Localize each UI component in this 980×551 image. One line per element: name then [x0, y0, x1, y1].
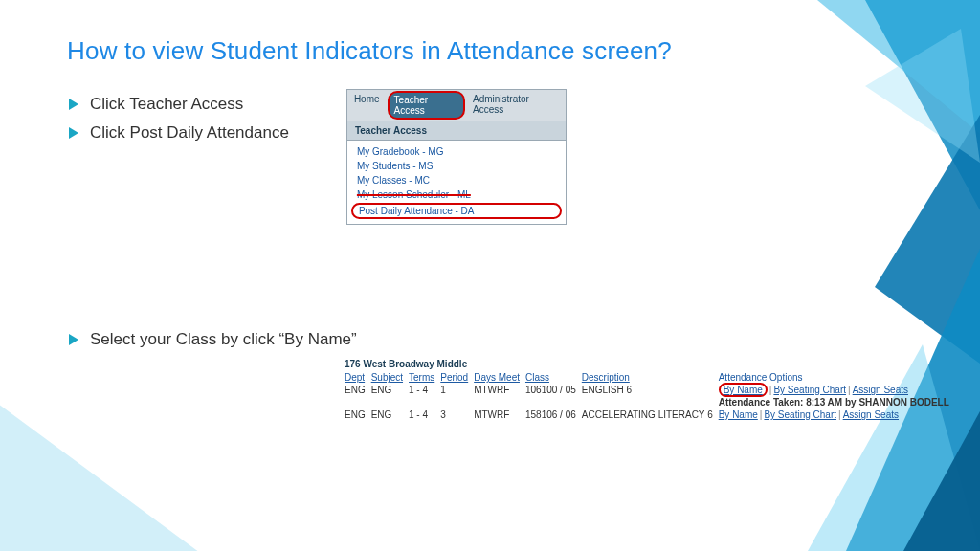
cell-subject: ENG — [371, 384, 409, 396]
col-days[interactable]: Days Meet — [474, 371, 525, 384]
cell-class: 106100 / 05 — [525, 384, 582, 396]
cell-options: By Name|By Seating Chart|Assign Seats — [719, 408, 955, 421]
menu-lesson-scheduler[interactable]: My Lesson Scheduler - ML — [347, 187, 566, 202]
bullet-1: Click Teacher Access — [67, 95, 289, 114]
tab-home[interactable]: Home — [347, 90, 387, 121]
col-class[interactable]: Class — [525, 371, 582, 384]
menu-classes[interactable]: My Classes - MC — [347, 173, 566, 187]
menu-post-daily-attendance[interactable]: Post Daily Attendance - DA — [351, 203, 562, 219]
link-assign-seats[interactable]: Assign Seats — [853, 385, 908, 395]
cell-dept: ENG — [345, 408, 371, 421]
table-row: ENG ENG 1 - 4 1 MTWRF 106100 / 05 ENGLIS… — [345, 384, 955, 396]
cell-class: 158106 / 06 — [525, 408, 582, 421]
teacher-access-menu: My Gradebook - MG My Students - MS My Cl… — [347, 141, 566, 224]
link-assign-seats[interactable]: Assign Seats — [843, 409, 899, 420]
attendance-taken-note: Attendance Taken: 8:13 AM by SHANNON BOD… — [719, 396, 955, 408]
col-period[interactable]: Period — [440, 371, 474, 384]
col-desc[interactable]: Description — [582, 371, 719, 384]
table-row-taken: Attendance Taken: 8:13 AM by SHANNON BOD… — [345, 396, 955, 408]
bullet-list-2: Select your Class by click “By Name” — [67, 330, 913, 349]
menu-students[interactable]: My Students - MS — [347, 159, 566, 173]
cell-period: 1 — [440, 384, 474, 396]
menu-gradebook[interactable]: My Gradebook - MG — [347, 144, 566, 159]
col-dept[interactable]: Dept — [345, 371, 371, 384]
tab-bar: Home Teacher Access Administrator Access — [347, 90, 566, 121]
cell-desc: ACCELERATING LITERACY 6 — [582, 408, 719, 421]
cell-terms: 1 - 4 — [409, 408, 440, 421]
screenshot-teacher-access: Home Teacher Access Administrator Access… — [346, 89, 567, 225]
cell-options: By Name|By Seating Chart|Assign Seats — [719, 384, 955, 396]
screenshot-class-table: 176 West Broadway Middle Dept Subject Te… — [345, 359, 919, 421]
cell-terms: 1 - 4 — [409, 384, 440, 396]
cell-days: MTWRF — [474, 384, 525, 396]
cell-dept: ENG — [345, 384, 371, 396]
link-by-seating-chart[interactable]: By Seating Chart — [764, 409, 836, 420]
bullet-2: Click Post Daily Attendance — [67, 123, 289, 143]
col-subject[interactable]: Subject — [371, 371, 409, 384]
tab-teacher-access[interactable]: Teacher Access — [388, 91, 465, 120]
cell-days: MTWRF — [474, 408, 525, 421]
link-by-name[interactable]: By Name — [719, 383, 768, 397]
link-by-name[interactable]: By Name — [719, 409, 758, 420]
slide-title: How to view Student Indicators in Attend… — [67, 36, 913, 66]
tab-admin-access[interactable]: Administrator Access — [466, 90, 566, 121]
link-by-seating-chart[interactable]: By Seating Chart — [773, 385, 846, 395]
school-name: 176 West Broadway Middle — [345, 359, 919, 369]
cell-subject: ENG — [371, 408, 409, 421]
panel-heading: Teacher Access — [347, 121, 566, 141]
table-row: ENG ENG 1 - 4 3 MTWRF 158106 / 06 ACCELE… — [345, 408, 955, 421]
table-header-row: Dept Subject Terms Period Days Meet Clas… — [345, 371, 955, 384]
class-table: Dept Subject Terms Period Days Meet Clas… — [345, 371, 955, 421]
col-terms[interactable]: Terms — [409, 371, 440, 384]
bullet-list-1: Click Teacher Access Click Post Daily At… — [67, 95, 289, 152]
cell-desc: ENGLISH 6 — [582, 384, 719, 396]
cell-period: 3 — [440, 408, 474, 421]
bullet-3: Select your Class by click “By Name” — [67, 330, 913, 349]
